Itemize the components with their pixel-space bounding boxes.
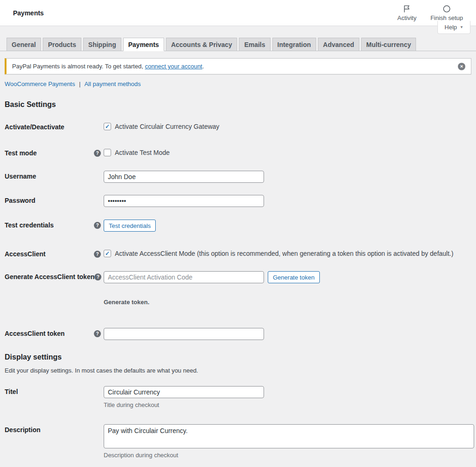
accessclient-checkbox-group[interactable]: ✓ Activate AccessClient Mode (this optio… bbox=[104, 248, 453, 257]
title-controls: Title during checkout bbox=[104, 386, 264, 408]
finish-setup-button[interactable]: Finish setup bbox=[430, 4, 463, 21]
test-credentials-row: Test credentials ? Test credentials bbox=[5, 220, 471, 232]
test-mode-row: Test mode ? Activate Test Mode bbox=[5, 147, 471, 157]
help-icon[interactable]: ? bbox=[94, 274, 101, 280]
generate-token-button[interactable]: Generate token bbox=[268, 271, 320, 283]
generate-token-note: Generate token. bbox=[104, 299, 471, 306]
settings-form: Basic Settings Activate/Deactivate ✓ Act… bbox=[0, 100, 476, 467]
flag-icon bbox=[402, 4, 411, 13]
generate-token-row: Generate AccessClient token ? Generate t… bbox=[5, 271, 471, 283]
password-label-cell: Password bbox=[5, 195, 104, 204]
help-button[interactable]: Help ▼ bbox=[437, 21, 470, 34]
activity-button[interactable]: Activity bbox=[397, 4, 416, 21]
activation-code-input[interactable] bbox=[104, 271, 264, 283]
paypal-notice: PayPal Payments is almost ready. To get … bbox=[5, 58, 471, 74]
test-mode-checkbox[interactable] bbox=[104, 149, 111, 156]
test-credentials-label-cell: Test credentials ? bbox=[5, 220, 104, 229]
settings-tabs: General Products Shipping Payments Accou… bbox=[0, 38, 476, 51]
finish-setup-label: Finish setup bbox=[430, 14, 463, 21]
description-label: Description bbox=[5, 426, 40, 434]
description-controls: Pay with Circulair Currency. Description… bbox=[104, 424, 474, 459]
title-help-text: Title during checkout bbox=[104, 401, 264, 408]
help-icon[interactable]: ? bbox=[94, 222, 101, 229]
accessclient-label: AccessClient bbox=[5, 250, 46, 258]
help-label: Help bbox=[444, 24, 457, 31]
accessclient-label-cell: AccessClient ? bbox=[5, 248, 104, 258]
generate-token-controls: Generate token bbox=[104, 271, 320, 283]
help-icon[interactable]: ? bbox=[94, 251, 101, 258]
top-header: Payments Activity Finish setup bbox=[0, 0, 476, 26]
activate-label: Activate/Deactivate bbox=[5, 123, 64, 131]
token-input[interactable] bbox=[104, 328, 264, 340]
username-label-cell: Username bbox=[5, 171, 104, 180]
woocommerce-payments-link[interactable]: WooCommerce Payments bbox=[5, 80, 75, 87]
title-label: Titel bbox=[5, 388, 18, 395]
tab-payments[interactable]: Payments bbox=[123, 38, 164, 51]
tab-products[interactable]: Products bbox=[43, 38, 81, 51]
display-settings-description: Edit your display settings. In most case… bbox=[5, 367, 471, 374]
display-settings-heading: Display settings bbox=[5, 353, 471, 361]
description-help-text: Description during checkout bbox=[104, 452, 474, 459]
activate-label-cell: Activate/Deactivate bbox=[5, 121, 104, 131]
tab-accounts-privacy[interactable]: Accounts & Privacy bbox=[166, 38, 238, 51]
description-label-cell: Description bbox=[5, 424, 104, 434]
token-label-cell: AccessClient token ? bbox=[5, 328, 104, 337]
basic-settings-heading: Basic Settings bbox=[5, 100, 471, 109]
test-mode-label-cell: Test mode ? bbox=[5, 147, 104, 157]
description-textarea[interactable]: Pay with Circulair Currency. bbox=[104, 424, 474, 448]
test-mode-checkbox-label: Activate Test Mode bbox=[115, 149, 170, 156]
accessclient-checkbox[interactable]: ✓ bbox=[104, 250, 111, 257]
notice-text: PayPal Payments is almost ready. To get … bbox=[12, 63, 204, 70]
username-label: Username bbox=[5, 173, 36, 180]
password-input[interactable] bbox=[104, 195, 264, 207]
tab-emails[interactable]: Emails bbox=[239, 38, 270, 51]
header-actions: Activity Finish setup bbox=[397, 4, 463, 21]
test-mode-checkbox-group[interactable]: Activate Test Mode bbox=[104, 147, 170, 156]
description-row: Description Pay with Circulair Currency.… bbox=[5, 424, 471, 459]
payments-subnav: WooCommerce Payments | All payment metho… bbox=[5, 80, 471, 87]
title-label-cell: Titel bbox=[5, 386, 104, 395]
token-label: AccessClient token bbox=[5, 330, 65, 337]
test-credentials-label: Test credentials bbox=[5, 221, 54, 229]
generate-token-label: Generate AccessClient token bbox=[5, 273, 94, 280]
accessclient-row: AccessClient ? ✓ Activate AccessClient M… bbox=[5, 248, 471, 258]
dismiss-icon[interactable]: ✕ bbox=[458, 63, 465, 70]
generate-token-label-cell: Generate AccessClient token ? bbox=[5, 271, 104, 280]
token-row: AccessClient token ? bbox=[5, 328, 471, 340]
title-row: Titel Title during checkout bbox=[5, 386, 471, 408]
circle-icon bbox=[442, 4, 451, 13]
activate-checkbox-label: Activate Circulair Currency Gateway bbox=[115, 123, 219, 130]
activate-checkbox[interactable]: ✓ bbox=[104, 123, 111, 130]
connect-account-link[interactable]: connect your account bbox=[145, 63, 203, 70]
tab-multi-currency[interactable]: Multi-currency bbox=[361, 38, 416, 51]
username-row: Username bbox=[5, 171, 471, 183]
tab-integration[interactable]: Integration bbox=[272, 38, 316, 51]
password-row: Password bbox=[5, 195, 471, 207]
help-icon[interactable]: ? bbox=[94, 330, 101, 337]
chevron-down-icon: ▼ bbox=[460, 25, 463, 29]
tab-general[interactable]: General bbox=[7, 38, 41, 51]
activity-label: Activity bbox=[397, 14, 416, 21]
tab-advanced[interactable]: Advanced bbox=[318, 38, 359, 51]
activate-checkbox-group[interactable]: ✓ Activate Circulair Currency Gateway bbox=[104, 121, 219, 130]
test-credentials-button[interactable]: Test credentials bbox=[104, 220, 156, 232]
test-mode-label: Test mode bbox=[5, 149, 37, 157]
accessclient-checkbox-label: Activate AccessClient Mode (this option … bbox=[115, 250, 453, 257]
tab-shipping[interactable]: Shipping bbox=[83, 38, 121, 51]
subnav-separator: | bbox=[79, 80, 80, 87]
help-icon[interactable]: ? bbox=[94, 150, 101, 157]
username-input[interactable] bbox=[104, 171, 264, 183]
title-input[interactable] bbox=[104, 386, 264, 398]
activate-row: Activate/Deactivate ✓ Activate Circulair… bbox=[5, 121, 471, 131]
password-label: Password bbox=[5, 197, 35, 204]
all-payment-methods-link[interactable]: All payment methods bbox=[84, 80, 140, 87]
page-title: Payments bbox=[13, 9, 44, 17]
